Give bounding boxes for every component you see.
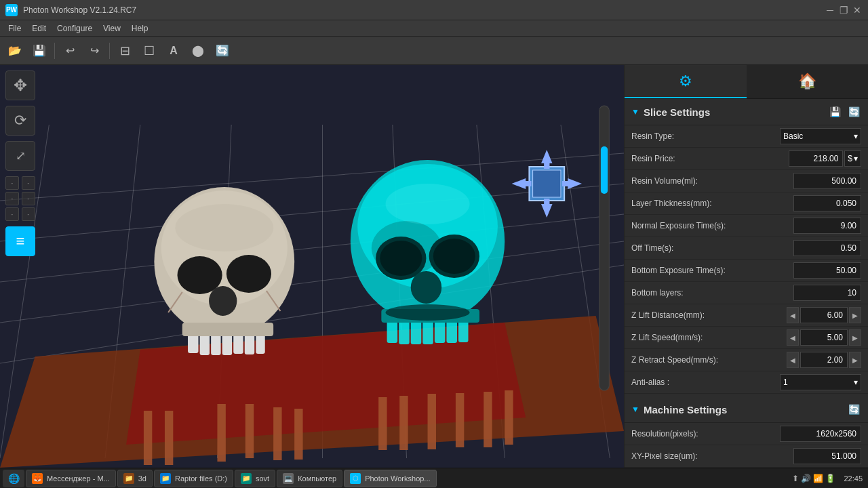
panel-content[interactable]: ▼ Slice Settings 💾 🔄 Resin Type: Basic ▾… [625, 99, 868, 468]
svg-point-43 [351, 160, 505, 323]
svg-line-5 [0, 265, 624, 363]
objects-tab[interactable]: 🏠 [747, 65, 869, 98]
taskbar-3d[interactable]: 📁 3d [117, 470, 153, 487]
grid-btn-1[interactable]: · [5, 176, 19, 190]
bottom-exposure-input[interactable]: 50.00 [793, 262, 861, 279]
z-lift-dist-dec[interactable]: ◀ [787, 307, 799, 323]
menu-configure[interactable]: Configure [52, 20, 98, 36]
svg-rect-58 [381, 309, 479, 323]
rotate-tool-btn[interactable]: ⟳ [5, 106, 35, 136]
grid-btn-2[interactable]: · [22, 176, 35, 190]
grid-btn-6[interactable]: · [22, 207, 35, 221]
svg-point-27 [154, 187, 294, 336]
tray-icon-4: 🔋 [825, 474, 835, 483]
redo-btn[interactable]: ↪ [83, 40, 105, 62]
svg-rect-53 [411, 316, 422, 344]
z-lift-speed-inc[interactable]: ▶ [849, 329, 861, 346]
z-retract-speed-inc[interactable]: ▶ [849, 352, 861, 368]
taskbar-sovt-icon: 📁 [241, 473, 252, 484]
normal-exposure-input[interactable]: 9.00 [793, 218, 861, 234]
right-panel: ⚙ 🏠 ▼ Slice Settings 💾 🔄 Resin Type: Bas… [624, 65, 868, 468]
z-lift-dist-val[interactable]: 6.00 [800, 307, 848, 323]
svg-marker-69 [568, 178, 582, 189]
move-tool-btn[interactable]: ✥ [5, 70, 35, 100]
mirror-btn[interactable]: ⊟ [114, 40, 136, 62]
save-btn[interactable]: 💾 [28, 40, 50, 62]
taskbar-messenger-label: Мессенджер - M... [47, 474, 110, 483]
svg-rect-54 [422, 316, 433, 344]
svg-rect-36 [233, 329, 243, 354]
anti-alias-select[interactable]: 1 ▾ [780, 374, 861, 390]
sphere-btn[interactable]: ⬤ [187, 40, 209, 62]
taskbar-sovt[interactable]: 📁 sovt [235, 470, 275, 487]
resin-type-select[interactable]: Basic ▾ [780, 128, 861, 144]
zoom-tool-btn[interactable]: ⤢ [5, 141, 35, 171]
taskbar-messenger[interactable]: 🦊 Мессенджер - M... [26, 470, 116, 487]
z-lift-speed-dec[interactable]: ◀ [787, 329, 799, 346]
taskbar-photon[interactable]: ⬡ Photon Workshop... [344, 470, 436, 487]
machine-refresh-icon[interactable]: 🔄 [846, 402, 861, 417]
hollow-btn[interactable]: ☐ [138, 40, 160, 62]
svg-rect-68 [524, 181, 531, 186]
stack-tool-btn[interactable]: ≡ [5, 226, 35, 256]
svg-point-60 [386, 184, 470, 224]
z-lift-speed-val[interactable]: 5.00 [800, 329, 848, 346]
taskbar-raptor[interactable]: 📁 Raptor files (D:) [154, 470, 233, 487]
z-lift-speed-spinner: ◀ 5.00 ▶ [787, 329, 861, 346]
taskbar-start-button[interactable]: 🌐 [3, 470, 24, 487]
panel-tabs: ⚙ 🏠 [625, 65, 868, 99]
taskbar-raptor-label: Raptor files (D:) [175, 474, 227, 483]
menu-view[interactable]: View [98, 20, 126, 36]
text-btn[interactable]: A [163, 40, 184, 62]
svg-rect-51 [387, 317, 398, 343]
slice-save-icon[interactable]: 💾 [827, 104, 842, 119]
open-folder-btn[interactable]: 📂 [4, 40, 26, 62]
svg-rect-21 [378, 397, 387, 450]
menu-file[interactable]: File [3, 20, 26, 36]
z-retract-speed-row: Z Retract Speed(mm/s): ◀ 2.00 ▶ [625, 349, 868, 371]
svg-point-31 [209, 286, 237, 316]
normal-exposure-label: Normal Exposure Time(s): [631, 221, 793, 230]
svg-line-10 [393, 125, 407, 458]
z-lift-dist-inc[interactable]: ▶ [849, 307, 861, 323]
menu-edit[interactable]: Edit [26, 20, 52, 36]
svg-point-50 [411, 271, 441, 304]
resin-price-unit[interactable]: $ ▾ [844, 150, 861, 167]
off-time-input[interactable]: 0.50 [793, 240, 861, 256]
resin-price-input[interactable]: 218.00 [789, 150, 843, 167]
off-time-row: Off Time(s): 0.50 [625, 237, 868, 260]
grid-btn-3[interactable]: · [5, 192, 19, 205]
xy-pixel-value[interactable]: 51.000 [793, 448, 861, 464]
machine-arrow-icon: ▼ [631, 405, 639, 414]
taskbar-computer[interactable]: 💻 Компьютер [277, 470, 342, 487]
svg-point-45 [372, 221, 441, 275]
title-bar: PW Photon Workshop V2.1.24.RC7 ─ ❐ ✕ [0, 0, 868, 20]
svg-line-8 [217, 125, 231, 458]
resolution-label: Resolution(pixels): [631, 429, 780, 439]
scene-btn[interactable]: 🔄 [212, 40, 233, 62]
menu-help[interactable]: Help [126, 20, 154, 36]
slice-refresh-icon[interactable]: 🔄 [846, 104, 861, 119]
tool-grid: · · · · · · [5, 176, 35, 221]
z-retract-speed-val[interactable]: 2.00 [800, 352, 848, 368]
z-retract-speed-dec[interactable]: ◀ [787, 352, 799, 368]
layer-thickness-input[interactable]: 0.050 [793, 195, 861, 211]
bottom-layers-input[interactable]: 10 [793, 285, 861, 301]
undo-btn[interactable]: ↩ [59, 40, 81, 62]
grid-btn-4[interactable]: · [22, 192, 35, 205]
resin-type-dropdown-icon: ▾ [854, 131, 858, 141]
minimize-button[interactable]: ─ [825, 5, 835, 16]
grid-btn-5[interactable]: · [5, 207, 19, 221]
svg-rect-22 [399, 396, 408, 450]
xy-pixel-label: XY-Pixel size(um): [631, 451, 793, 461]
resin-volume-input[interactable]: 500.00 [793, 173, 861, 189]
bottom-layers-label: Bottom layers: [631, 288, 793, 298]
z-retract-speed-spinner: ◀ 2.00 ▶ [787, 352, 861, 368]
close-button[interactable]: ✕ [852, 5, 863, 16]
svg-line-7 [105, 125, 140, 458]
viewport[interactable]: ✥ ⟳ ⤢ · · · · · · ≡ [0, 65, 624, 468]
maximize-button[interactable]: ❐ [838, 5, 849, 16]
svg-rect-39 [182, 323, 273, 336]
svg-rect-70 [562, 181, 569, 186]
settings-tab[interactable]: ⚙ [625, 65, 747, 98]
